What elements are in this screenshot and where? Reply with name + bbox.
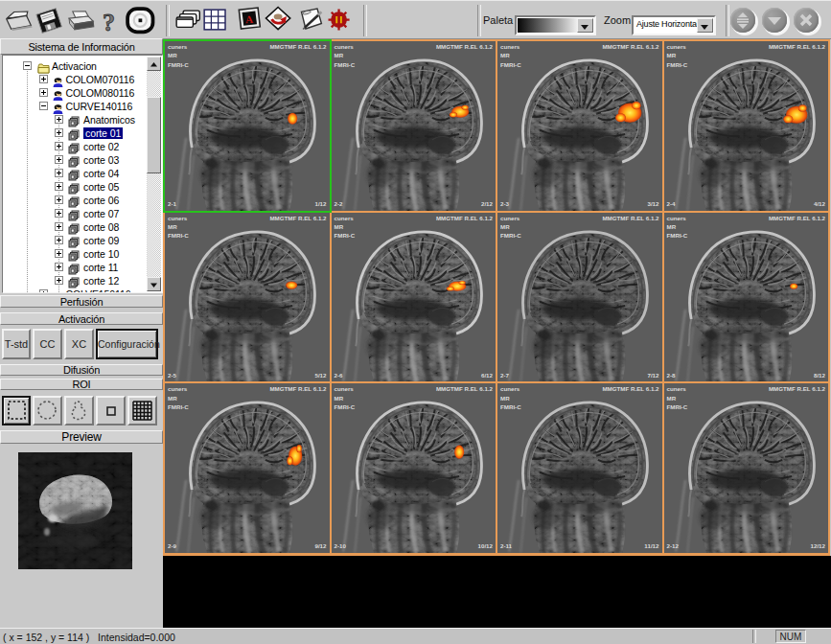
svg-text:?: ? — [103, 9, 115, 36]
svg-text:A: A — [245, 13, 254, 26]
